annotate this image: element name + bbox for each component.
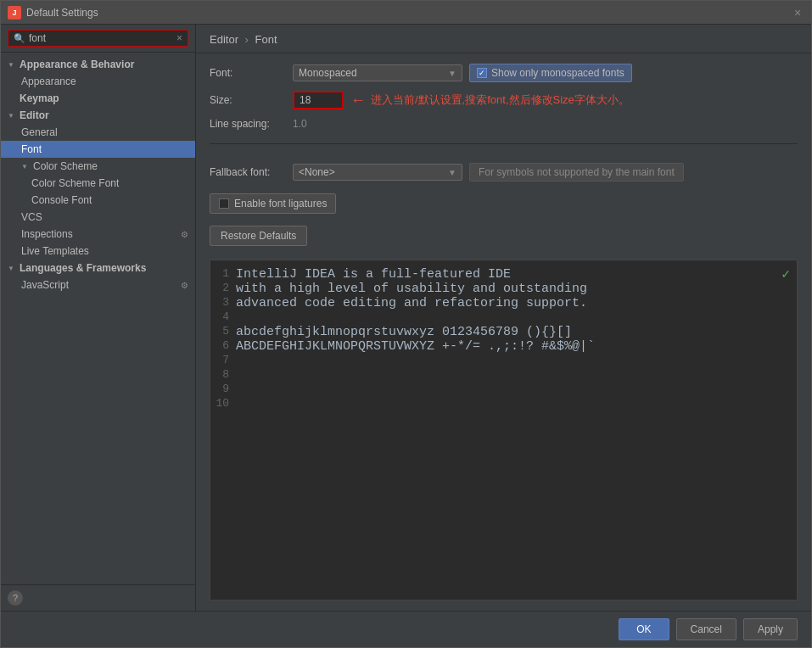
- monospaced-checkbox-box: ✓: [477, 68, 487, 78]
- fallback-hint: For symbols not supported by the main fo…: [469, 163, 684, 182]
- close-button[interactable]: ×: [791, 6, 804, 20]
- sidebar-item-font[interactable]: Font: [1, 141, 195, 158]
- editor-preview: ✓ 1IntelliJ IDEA is a full-featured IDE2…: [210, 260, 798, 601]
- sidebar-nav: ▼ Appearance & Behavior Appearance Keyma…: [1, 53, 195, 584]
- restore-defaults-button[interactable]: Restore Defaults: [210, 226, 307, 246]
- sidebar-item-general[interactable]: General: [1, 124, 195, 141]
- footer: OK Cancel Apply: [1, 611, 811, 647]
- color-scheme-label: Color Scheme: [33, 160, 98, 172]
- annotation-text: 进入当前/默认设置,搜索font,然后修改Size字体大小。: [371, 92, 630, 108]
- editor-line: 1IntelliJ IDEA is a full-featured IDE: [210, 267, 797, 282]
- window-title: Default Settings: [26, 7, 791, 19]
- line-spacing-row: Line spacing: 1.0: [210, 118, 798, 130]
- ligatures-checkbox-box: [219, 198, 229, 209]
- expand-arrow-icon: ▼: [8, 61, 16, 69]
- line-number: 3: [210, 296, 236, 309]
- sidebar-item-color-scheme[interactable]: ▼ Color Scheme: [1, 158, 195, 175]
- ligatures-button[interactable]: Enable font ligatures: [210, 193, 336, 214]
- fallback-font-row: Fallback font: <None> ▼ For symbols not …: [210, 163, 798, 182]
- sidebar-item-appearance-behavior[interactable]: ▼ Appearance & Behavior: [1, 56, 195, 73]
- title-bar: J Default Settings ×: [1, 1, 811, 25]
- languages-label: Languages & Frameworks: [20, 262, 146, 274]
- sidebar-item-editor[interactable]: ▼ Editor: [1, 107, 195, 124]
- sidebar-bottom: ?: [1, 584, 195, 611]
- ok-button[interactable]: OK: [619, 618, 669, 640]
- sidebar-item-inspections[interactable]: Inspections ⚙: [1, 226, 195, 243]
- fallback-dropdown-value: <None>: [299, 166, 445, 178]
- annotation-arrow-icon: ←: [350, 92, 366, 109]
- sidebar-item-live-templates[interactable]: Live Templates: [1, 243, 195, 260]
- editor-line: 6ABCDEFGHIJKLMNOPQRSTUVWXYZ +-*/= .,;:!?…: [210, 339, 797, 354]
- main-layout: 🔍 × ▼ Appearance & Behavior Appearance K…: [1, 25, 811, 611]
- line-spacing-value: 1.0: [293, 118, 307, 130]
- monospaced-checkbox-label: Show only monospaced fonts: [491, 67, 624, 79]
- size-row: Size: ← 进入当前/默认设置,搜索font,然后修改Size字体大小。: [210, 91, 798, 109]
- sidebar-item-console-font[interactable]: Console Font: [1, 192, 195, 209]
- clear-search-button[interactable]: ×: [176, 32, 182, 44]
- content-header: Editor › Font: [196, 25, 811, 53]
- fallback-label: Fallback font:: [210, 166, 286, 178]
- show-monospaced-checkbox[interactable]: ✓ Show only monospaced fonts: [469, 64, 632, 82]
- line-code: abcdefghijklmnopqrstuvwxyz 0123456789 ()…: [236, 325, 572, 339]
- breadcrumb: Editor › Font: [210, 33, 277, 46]
- content-panel: Editor › Font Font: Monospaced ▼ ✓: [196, 25, 811, 611]
- line-number: 2: [210, 282, 236, 294]
- size-input[interactable]: [293, 91, 344, 109]
- sidebar-item-appearance[interactable]: Appearance: [1, 73, 195, 90]
- line-code: IntelliJ IDEA is a full-featured IDE: [236, 267, 511, 282]
- cancel-button[interactable]: Cancel: [676, 618, 736, 640]
- keymap-label: Keymap: [20, 92, 59, 104]
- content-body: Font: Monospaced ▼ ✓ Show only monospace…: [196, 53, 811, 611]
- line-code: [236, 383, 244, 397]
- form-divider: [210, 143, 798, 144]
- font-row: Font: Monospaced ▼ ✓ Show only monospace…: [210, 64, 798, 82]
- editor-arrow-icon: ▼: [8, 112, 16, 120]
- fallback-dropdown[interactable]: <None> ▼: [293, 164, 462, 181]
- breadcrumb-separator: ›: [245, 33, 249, 46]
- sidebar-item-vcs[interactable]: VCS: [1, 209, 195, 226]
- sidebar-item-languages[interactable]: ▼ Languages & Frameworks: [1, 260, 195, 277]
- fallback-dropdown-arrow-icon: ▼: [448, 168, 456, 177]
- editor-line: 7: [210, 354, 797, 368]
- ligatures-label: Enable font ligatures: [234, 198, 327, 209]
- line-code: [236, 368, 244, 383]
- line-number: 8: [210, 368, 236, 381]
- font-dropdown-value: Monospaced: [299, 67, 445, 79]
- apply-button[interactable]: Apply: [743, 618, 798, 640]
- line-number: 1: [210, 267, 236, 280]
- help-button[interactable]: ?: [8, 590, 23, 606]
- breadcrumb-root: Editor: [210, 33, 238, 46]
- search-input-wrap[interactable]: 🔍 ×: [8, 30, 188, 47]
- line-code: advanced code editing and refactoring su…: [236, 296, 587, 310]
- editor-line: 5abcdefghijklmnopqrstuvwxyz 0123456789 (…: [210, 325, 797, 339]
- font-dropdown[interactable]: Monospaced ▼: [293, 64, 462, 81]
- sidebar-item-javascript[interactable]: JavaScript ⚙: [1, 277, 195, 293]
- size-input-wrap: [293, 91, 344, 109]
- line-number: 7: [210, 354, 236, 366]
- line-code: [236, 354, 244, 368]
- font-dropdown-arrow-icon: ▼: [448, 69, 456, 78]
- line-code: [236, 397, 244, 411]
- javascript-badge-icon: ⚙: [181, 281, 188, 290]
- checkbox-check-icon: ✓: [479, 69, 485, 77]
- editor-lines: 1IntelliJ IDEA is a full-featured IDE2wi…: [210, 260, 797, 600]
- editor-checkmark-icon: ✓: [781, 265, 790, 282]
- line-number: 4: [210, 310, 236, 323]
- size-field-label: Size:: [210, 94, 286, 106]
- editor-line: 8: [210, 368, 797, 383]
- color-scheme-arrow-icon: ▼: [21, 163, 30, 170]
- annotation: ← 进入当前/默认设置,搜索font,然后修改Size字体大小。: [350, 92, 630, 109]
- sidebar-item-keymap[interactable]: Keymap: [1, 90, 195, 107]
- sidebar-item-color-scheme-font[interactable]: Color Scheme Font: [1, 175, 195, 192]
- line-number: 6: [210, 339, 236, 352]
- javascript-label: JavaScript: [21, 279, 69, 291]
- search-input[interactable]: [29, 32, 176, 44]
- editor-line: 2with a high level of usability and outs…: [210, 282, 797, 296]
- line-code: [236, 310, 244, 325]
- app-icon: J: [8, 6, 21, 20]
- line-number: 5: [210, 325, 236, 338]
- editor-line: 3advanced code editing and refactoring s…: [210, 296, 797, 310]
- editor-line: 10: [210, 397, 797, 411]
- line-code: with a high level of usability and outst…: [236, 282, 587, 296]
- editor-line: 4: [210, 310, 797, 325]
